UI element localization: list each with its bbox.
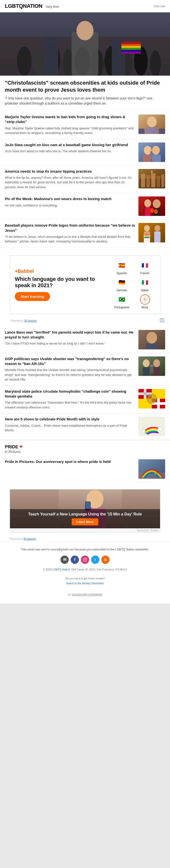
social-icons-row: ✉ f t: [5, 556, 165, 564]
article-title[interactable]: Here are 5 shoes to celebrate Pride Mont…: [5, 417, 135, 422]
flag-portuguese: 🇧🇷: [117, 294, 127, 305]
article-body: Converse, Adidas, Coach... Pride shoes h…: [5, 423, 135, 433]
article-title[interactable]: Baseball players remove Pride logos from…: [5, 223, 135, 233]
article-title[interactable]: Maryland state police circulate homophob…: [5, 389, 135, 399]
lang-item-italian[interactable]: 🇮🇹 Italian: [135, 277, 155, 292]
footer-unsub-link[interactable]: unsubscribe completely: [72, 593, 102, 596]
article-text: Lance Bass was "terrified" his parents w…: [5, 330, 135, 346]
ad-powered-link[interactable]: B2 banners: [25, 319, 37, 322]
sponsored-article-row: Maryland state police circulate homophob…: [0, 385, 170, 413]
svg-point-98: [104, 560, 105, 561]
svg-rect-56: [144, 236, 149, 237]
email-icon[interactable]: ✉: [61, 556, 69, 564]
article-row: America needs to stop its insane tipping…: [0, 165, 170, 193]
facebook-icon[interactable]: f: [71, 556, 79, 564]
svg-rect-35: [141, 174, 145, 187]
svg-rect-26: [159, 129, 165, 134]
pride-logo: PRIDE ❤ in Pictures: [5, 444, 23, 454]
logo: LGBTQNATION: [5, 3, 42, 9]
banner-ad-container: Teach Yourself a New Language Using the …: [0, 483, 170, 542]
footer-brand-link[interactable]: LGBTQ Nation: [53, 568, 70, 571]
article-text: Marjorie Taylor Greene wants to ban kids…: [5, 115, 135, 135]
footer-switch-link[interactable]: Switch to the Weekly Newsletter: [66, 582, 104, 585]
banner-powered-link[interactable]: B2 banners: [24, 537, 36, 540]
svg-text:♥: ♥: [149, 150, 151, 154]
article-title[interactable]: Pic of the Week: Madonna's son wears dre…: [5, 196, 135, 201]
rss-icon[interactable]: [101, 556, 109, 564]
svg-point-42: [144, 199, 151, 207]
pride-article-row: Pride in Pictures: Our anniversary spot …: [0, 456, 170, 483]
article-title[interactable]: Lance Bass was "terrified" his parents w…: [5, 330, 135, 340]
email-footer: This email was sent to xxxxx@gmail.com b…: [0, 542, 170, 603]
svg-point-96: [84, 559, 86, 561]
svg-rect-87: [154, 473, 158, 473]
article-text: Here are 5 shoes to celebrate Pride Mont…: [5, 417, 135, 433]
flag-italian: 🇮🇹: [140, 277, 150, 288]
svg-rect-25: [138, 129, 144, 134]
article-body: Rep. Marjorie Taylor Greene called fully…: [5, 126, 135, 135]
svg-rect-54: [144, 235, 149, 235]
article-thumbnail: [138, 417, 165, 436]
svg-point-46: [153, 199, 161, 208]
article-body: The offensive coin references "Generatio…: [5, 400, 135, 410]
svg-rect-39: [161, 174, 164, 187]
footer-fewer-emails: Do you want to get fewer emails?: [5, 576, 165, 581]
article-thumbnail: [138, 389, 165, 408]
lang-item-spanish[interactable]: 🇪🇸 Spanish: [111, 260, 132, 275]
visit-site-link[interactable]: Visit site: [154, 4, 165, 8]
twitter-icon[interactable]: t: [91, 556, 99, 564]
lang-label-portuguese: Portuguese: [114, 306, 129, 309]
svg-rect-27: [138, 143, 165, 162]
article-text: Pic of the Week: Madonna's son wears dre…: [5, 196, 135, 208]
article-thumbnail: [138, 223, 165, 242]
article-title[interactable]: JoJo Siwa caught on kiss cam at a baseba…: [5, 143, 135, 147]
flag-german: 🇩🇪: [117, 277, 127, 288]
svg-rect-41: [138, 196, 165, 216]
article-body: JoJo Siwa isn't about to hide who she is…: [5, 149, 135, 154]
lang-item-french[interactable]: 🇫🇷 French: [135, 260, 155, 275]
article-thumbnail: [138, 330, 165, 349]
flag-french: 🇫🇷: [140, 260, 150, 271]
svg-rect-58: [144, 237, 149, 238]
ad-cta-button[interactable]: Start learning: [15, 292, 50, 301]
banner-ad-title: Teach Yourself a New Language Using the …: [14, 512, 156, 517]
article-title[interactable]: America needs to stop its insane tipping…: [5, 169, 135, 174]
article-title[interactable]: GOP politician says Uvalde shooter was "…: [5, 356, 135, 366]
svg-rect-20: [122, 50, 141, 52]
svg-rect-24: [146, 127, 158, 134]
svg-rect-36: [146, 175, 150, 187]
article-title[interactable]: Marjorie Taylor Greene wants to ban kids…: [5, 115, 135, 124]
instagram-icon[interactable]: [81, 556, 89, 564]
babbel-ad: +Babbel Which language do you want to sp…: [10, 255, 160, 314]
lang-item-more[interactable]: + More: [135, 294, 155, 309]
svg-point-59: [155, 225, 160, 231]
article-body: Michelle Fiore insisted that the Uvalde …: [5, 368, 135, 382]
svg-rect-31: [152, 155, 161, 162]
article-row: Pic of the Week: Madonna's son wears dre…: [0, 193, 170, 220]
ad-headline: Which language do you want to speak in 2…: [15, 276, 107, 289]
svg-rect-19: [122, 48, 141, 50]
article-text: America needs to stop its insane tipping…: [5, 169, 135, 190]
article-body: What is the tip for, anyway? Even after …: [5, 175, 135, 190]
footer-copyright: © 2022 LGBTQ Nation 584 Castro St. #623,…: [5, 567, 165, 572]
svg-point-70: [150, 365, 153, 367]
svg-rect-37: [151, 173, 156, 187]
lang-item-german[interactable]: 🇩🇪 German: [111, 277, 132, 292]
ad-left: +Babbel Which language do you want to sp…: [15, 269, 107, 301]
svg-point-62: [146, 332, 157, 344]
svg-point-97: [86, 558, 86, 559]
email-header: LGBTQNATION Daily Brief Visit site: [0, 0, 170, 12]
article-title[interactable]: Pride in Pictures: Our anniversary spot …: [5, 459, 135, 464]
lang-label-german: German: [116, 289, 127, 292]
footer-switch-weekly: Switch to the Weekly Newsletter: [5, 581, 165, 586]
banner-ad-cta[interactable]: Learn More: [72, 518, 98, 525]
article-thumbnail: ♥: [138, 143, 165, 162]
svg-rect-60: [154, 231, 161, 242]
svg-point-13: [76, 21, 94, 40]
ad-logo: +Babbel: [15, 269, 107, 274]
svg-rect-21: [122, 52, 141, 54]
hero-title[interactable]: "Christofascists" scream obscenities at …: [5, 80, 165, 93]
lang-item-portuguese[interactable]: 🇧🇷 Portuguese: [111, 294, 132, 309]
hero-article: "Christofascists" scream obscenities at …: [0, 75, 170, 111]
svg-rect-53: [144, 231, 150, 235]
